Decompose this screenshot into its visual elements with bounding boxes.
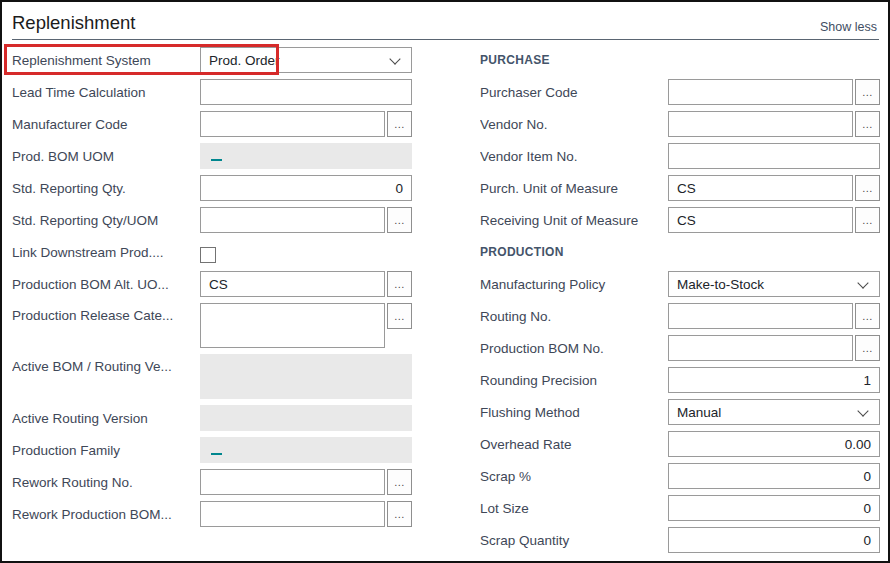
production-bom-no-input[interactable] — [668, 335, 853, 361]
form-row-purchase-section: PURCHASE — [480, 47, 880, 73]
purch-unit-of-measure-label: Purch. Unit of Measure — [480, 181, 668, 196]
flushing-method-control: Manual — [668, 399, 880, 425]
rework-production-bom-input[interactable] — [200, 501, 385, 527]
ellipsis-icon: ... — [394, 118, 405, 130]
form-row-production-release-category: Production Release Cate...... — [12, 303, 412, 348]
form-row-routing-no: Routing No.... — [480, 303, 880, 329]
vendor-no-control: ... — [668, 111, 880, 137]
vendor-no-label: Vendor No. — [480, 117, 668, 132]
replenishment-system-select[interactable]: Prod. Order — [200, 47, 412, 73]
form-row-rounding-precision: Rounding Precision1 — [480, 367, 880, 393]
std-reporting-qty-uom-lookup-button[interactable]: ... — [387, 207, 412, 233]
link-downstream-prod-checkbox[interactable] — [200, 247, 216, 263]
overhead-rate-control: 0.00 — [668, 431, 880, 457]
manufacturing-policy-value: Make-to-Stock — [677, 277, 764, 292]
std-reporting-qty-uom-input[interactable] — [200, 207, 385, 233]
std-reporting-qty-input[interactable]: 0 — [200, 175, 412, 201]
replenishment-system-label: Replenishment System — [12, 53, 200, 68]
manufacturing-policy-control: Make-to-Stock — [668, 271, 880, 297]
routing-no-control: ... — [668, 303, 880, 329]
std-reporting-qty-label: Std. Reporting Qty. — [12, 181, 200, 196]
vendor-item-no-label: Vendor Item No. — [480, 149, 668, 164]
production-release-category-lookup-button[interactable]: ... — [387, 303, 412, 329]
receiving-unit-of-measure-lookup-button[interactable]: ... — [855, 207, 880, 233]
purchaser-code-lookup-button[interactable]: ... — [855, 79, 880, 105]
rework-routing-no-control: ... — [200, 469, 412, 495]
production-bom-alt-uom-value: CS — [209, 277, 228, 292]
form-row-replenishment-system: Replenishment SystemProd. Order — [12, 47, 412, 73]
ellipsis-icon: ... — [862, 86, 873, 98]
rework-routing-no-lookup-button[interactable]: ... — [387, 469, 412, 495]
vendor-item-no-input[interactable] — [668, 143, 880, 169]
receiving-unit-of-measure-input[interactable]: CS — [668, 207, 853, 233]
rounding-precision-control: 1 — [668, 367, 880, 393]
vendor-no-lookup-button[interactable]: ... — [855, 111, 880, 137]
purchaser-code-label: Purchaser Code — [480, 85, 668, 100]
overhead-rate-value: 0.00 — [845, 437, 871, 452]
lot-size-label: Lot Size — [480, 501, 668, 516]
ellipsis-icon: ... — [862, 214, 873, 226]
production-family-control — [200, 437, 412, 463]
rework-routing-no-input[interactable] — [200, 469, 385, 495]
page-title: Replenishment — [12, 12, 135, 34]
form-row-purchaser-code: Purchaser Code... — [480, 79, 880, 105]
ellipsis-icon: ... — [394, 310, 405, 322]
lot-size-value: 0 — [863, 501, 871, 516]
ellipsis-icon: ... — [394, 278, 405, 290]
flushing-method-select[interactable]: Manual — [668, 399, 880, 425]
purch-unit-of-measure-input[interactable]: CS — [668, 175, 853, 201]
ellipsis-icon: ... — [394, 508, 405, 520]
overhead-rate-label: Overhead Rate — [480, 437, 668, 452]
scrap-pct-input[interactable]: 0 — [668, 463, 880, 489]
form-row-purch-unit-of-measure: Purch. Unit of MeasureCS... — [480, 175, 880, 201]
lead-time-calculation-control — [200, 79, 412, 105]
section-header-purchase-section: PURCHASE — [480, 53, 550, 67]
active-bom-routing-version-control — [200, 354, 412, 399]
form-row-link-downstream-prod: Link Downstream Prod.... — [12, 239, 412, 265]
routing-no-input[interactable] — [668, 303, 853, 329]
form-row-production-bom-alt-uom: Production BOM Alt. UO...CS... — [12, 271, 412, 297]
form-row-prod-bom-uom: Prod. BOM UOM — [12, 143, 412, 169]
form-row-std-reporting-qty: Std. Reporting Qty.0 — [12, 175, 412, 201]
manufacturer-code-control: ... — [200, 111, 412, 137]
right-column: PURCHASEPurchaser Code...Vendor No....Ve… — [480, 47, 880, 559]
card-header: Replenishment Show less — [12, 2, 879, 40]
form-row-vendor-no: Vendor No.... — [480, 111, 880, 137]
vendor-no-input[interactable] — [668, 111, 853, 137]
rework-production-bom-lookup-button[interactable]: ... — [387, 501, 412, 527]
active-routing-version-control — [200, 405, 412, 431]
link-downstream-prod-label: Link Downstream Prod.... — [12, 245, 200, 260]
manufacturer-code-input[interactable] — [200, 111, 385, 137]
lot-size-input[interactable]: 0 — [668, 495, 880, 521]
routing-no-lookup-button[interactable]: ... — [855, 303, 880, 329]
form-row-receiving-unit-of-measure: Receiving Unit of MeasureCS... — [480, 207, 880, 233]
production-bom-no-lookup-button[interactable]: ... — [855, 335, 880, 361]
rounding-precision-value: 1 — [863, 373, 871, 388]
purch-unit-of-measure-lookup-button[interactable]: ... — [855, 175, 880, 201]
lead-time-calculation-input[interactable] — [200, 79, 412, 105]
link-downstream-prod-control — [200, 242, 412, 263]
production-bom-alt-uom-lookup-button[interactable]: ... — [387, 271, 412, 297]
form-row-production-section: PRODUCTION — [480, 239, 880, 265]
production-release-category-input[interactable] — [200, 303, 385, 348]
vendor-item-no-control — [668, 143, 880, 169]
production-bom-alt-uom-label: Production BOM Alt. UO... — [12, 277, 200, 292]
production-release-category-label: Production Release Cate... — [12, 308, 200, 323]
production-bom-alt-uom-input[interactable]: CS — [200, 271, 385, 297]
form-row-rework-routing-no: Rework Routing No.... — [12, 469, 412, 495]
overhead-rate-input[interactable]: 0.00 — [668, 431, 880, 457]
manufacturing-policy-select[interactable]: Make-to-Stock — [668, 271, 880, 297]
form-row-scrap-quantity: Scrap Quantity0 — [480, 527, 880, 553]
production-release-category-control: ... — [200, 303, 412, 348]
rounding-precision-label: Rounding Precision — [480, 373, 668, 388]
active-routing-version-label: Active Routing Version — [12, 411, 200, 426]
active-bom-routing-version-label: Active BOM / Routing Ve... — [12, 359, 200, 374]
show-less-link[interactable]: Show less — [820, 20, 877, 34]
scrap-quantity-input[interactable]: 0 — [668, 527, 880, 553]
scrap-quantity-control: 0 — [668, 527, 880, 553]
rework-production-bom-control: ... — [200, 501, 412, 527]
rounding-precision-input[interactable]: 1 — [668, 367, 880, 393]
purchaser-code-input[interactable] — [668, 79, 853, 105]
manufacturer-code-lookup-button[interactable]: ... — [387, 111, 412, 137]
std-reporting-qty-control: 0 — [200, 175, 412, 201]
